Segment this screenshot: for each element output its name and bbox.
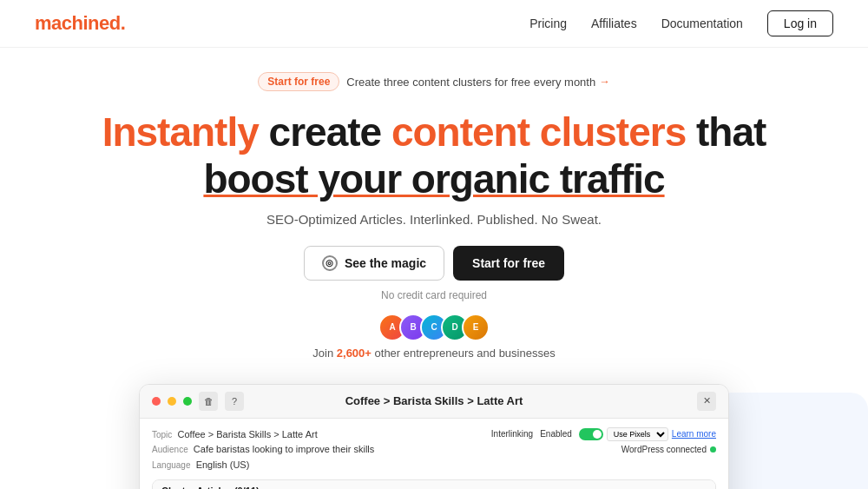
interlinking-label: Interlinking	[491, 429, 533, 439]
logo: machined.	[35, 12, 125, 35]
app-content: Topic Coffee > Barista Skills > Latte Ar…	[140, 419, 728, 489]
table-title: Cluster Articles (0/11)	[161, 486, 260, 489]
titlebar-left: 🗑 ?	[152, 392, 244, 411]
hero-h1-that: that	[686, 109, 766, 155]
window-close-button[interactable]	[152, 397, 161, 406]
trash-icon-btn[interactable]: 🗑	[199, 392, 218, 411]
no-credit-card-text: No credit card required	[17, 289, 851, 301]
app-meta-row: Topic Coffee > Barista Skills > Latte Ar…	[152, 427, 716, 473]
hero-section: Start for free Create three content clus…	[0, 48, 868, 384]
language-value: English (US)	[196, 459, 250, 470]
window-title: Coffee > Barista Skills > Latte Art	[345, 394, 523, 407]
logo-dot: .	[121, 12, 126, 34]
audience-value: Cafe baristas looking to improve their s…	[194, 444, 374, 454]
logo-text: machined	[35, 12, 121, 34]
hero-h1-instantly: Instantly	[102, 109, 259, 155]
wp-connected-dot	[710, 446, 716, 453]
nav-documentation[interactable]: Documentation	[661, 17, 743, 30]
badge-pill: Start for free	[258, 72, 339, 91]
app-window: 🗑 ? Coffee > Barista Skills > Latte Art …	[139, 384, 729, 489]
wp-connected-text: WordPress connected	[621, 445, 707, 454]
see-magic-button[interactable]: ◎ See the magic	[304, 246, 444, 281]
table-header: Cluster Articles (0/11)	[153, 480, 715, 489]
cluster-table: Cluster Articles (0/11) Cluster Articles…	[152, 479, 716, 489]
topic-label: Topic	[152, 430, 172, 439]
navbar: machined. Pricing Affiliates Documentati…	[0, 0, 868, 48]
magic-circle-icon: ◎	[322, 255, 338, 271]
titlebar-close[interactable]: ✕	[697, 392, 716, 411]
hero-h1-create: create	[259, 109, 391, 155]
language-label: Language	[152, 460, 191, 470]
audience-label: Audience	[152, 445, 188, 454]
nav-affiliates[interactable]: Affiliates	[591, 17, 637, 30]
social-suffix: other entrepreneurs and businesses	[372, 347, 556, 360]
window-titlebar: 🗑 ? Coffee > Barista Skills > Latte Art …	[140, 385, 728, 419]
see-magic-label: See the magic	[345, 256, 426, 270]
hero-h1-line2: boost your organic traffic	[203, 156, 664, 202]
hero-heading: Instantly create content clusters that b…	[17, 109, 851, 203]
social-count: 2,600+	[337, 347, 372, 360]
hero-h1-clusters: content clusters	[391, 109, 686, 155]
social-proof: A B C D E Join 2,600+ other entrepreneur…	[17, 314, 851, 360]
window-maximize-button[interactable]	[183, 397, 192, 406]
avatar-group: A B C D E	[378, 314, 490, 341]
login-button[interactable]: Log in	[767, 10, 833, 36]
start-free-button[interactable]: Start for free	[453, 246, 564, 281]
nav-links: Pricing Affiliates Documentation Log in	[529, 10, 833, 36]
interlinking-value: Enabled	[540, 429, 572, 439]
hero-subtitle: SEO-Optimized Articles. Interlinked. Pub…	[17, 212, 851, 227]
badge-arrow-icon: →	[599, 76, 610, 88]
topic-value: Coffee > Barista Skills > Latte Art	[177, 429, 317, 439]
hero-buttons: ◎ See the magic Start for free	[17, 246, 851, 281]
wp-connected: WordPress connected	[621, 445, 716, 454]
badge-text: Create three content clusters for free e…	[346, 76, 595, 89]
avatar-5: E	[462, 314, 490, 341]
help-icon-btn[interactable]: ?	[225, 392, 244, 411]
hero-badge: Start for free Create three content clus…	[258, 72, 609, 91]
app-preview-section: 🗑 ? Coffee > Barista Skills > Latte Art …	[0, 384, 868, 489]
window-minimize-button[interactable]	[168, 397, 176, 406]
interlinking-row: Interlinking Enabled Use Pixels Learn mo…	[491, 427, 716, 441]
nav-pricing[interactable]: Pricing	[529, 17, 567, 30]
interlinking-toggle[interactable]	[579, 428, 603, 440]
learn-more-link[interactable]: Learn more	[672, 429, 716, 439]
social-proof-text: Join 2,600+ other entrepreneurs and busi…	[312, 347, 555, 360]
meta-right: Interlinking Enabled Use Pixels Learn mo…	[491, 427, 716, 454]
interlinking-select[interactable]: Use Pixels	[607, 427, 668, 441]
meta-left: Topic Coffee > Barista Skills > Latte Ar…	[152, 427, 374, 473]
